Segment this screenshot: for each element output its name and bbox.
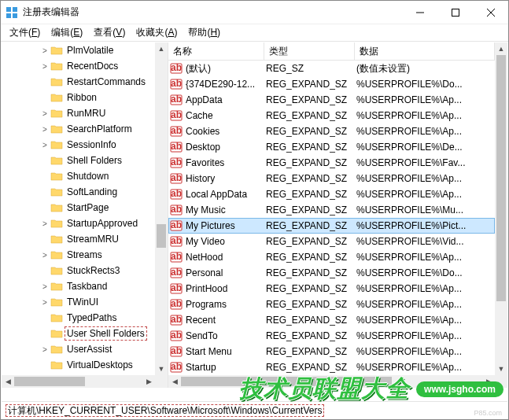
col-data[interactable]: 数据: [355, 42, 495, 60]
scroll-left-icon[interactable]: ◀: [168, 375, 181, 388]
list-vscroll[interactable]: ▲ ▼: [495, 42, 507, 375]
list-row[interactable]: abSendToREG_EXPAND_SZ%USERPROFILE%\Ap...: [168, 328, 495, 344]
window-title: 注册表编辑器: [23, 6, 402, 19]
svg-text:ab: ab: [171, 78, 182, 89]
scroll-down-icon[interactable]: ▼: [495, 363, 507, 375]
maximize-button[interactable]: [437, 1, 473, 24]
expand-icon[interactable]: >: [39, 141, 50, 149]
list-row[interactable]: abStart MenuREG_EXPAND_SZ%USERPROFILE%\A…: [168, 344, 495, 359]
minimize-button[interactable]: [402, 1, 437, 24]
tree-item[interactable]: StreamMRU: [2, 231, 155, 247]
expand-icon[interactable]: >: [39, 282, 50, 291]
list-row[interactable]: abRecentREG_EXPAND_SZ%USERPROFILE%\Ap...: [168, 312, 495, 328]
list-row[interactable]: abMy VideoREG_EXPAND_SZ%USERPROFILE%\Vid…: [168, 234, 495, 249]
list-row[interactable]: abMy PicturesREG_EXPAND_SZ%USERPROFILE%\…: [168, 218, 495, 234]
tree-item[interactable]: StuckRects3: [2, 263, 155, 278]
scroll-left-icon[interactable]: ◀: [2, 375, 14, 388]
list-hscroll[interactable]: ◀ ▶: [168, 375, 495, 388]
list-row[interactable]: ab{374DE290-12...REG_EXPAND_SZ%USERPROFI…: [168, 76, 495, 92]
list-row[interactable]: abProgramsREG_EXPAND_SZ%USERPROFILE%\Ap.…: [168, 297, 495, 312]
list-row[interactable]: abNetHoodREG_EXPAND_SZ%USERPROFILE%\Ap..…: [168, 249, 495, 265]
list-row[interactable]: abAppDataREG_EXPAND_SZ%USERPROFILE%\Ap..…: [168, 92, 495, 108]
string-value-icon: ab: [168, 282, 184, 295]
tree-item[interactable]: Shutdown: [2, 168, 155, 184]
tree-item[interactable]: >UserAssist: [2, 341, 155, 357]
tree-item[interactable]: VirtualDesktops: [2, 357, 155, 373]
list-body[interactable]: ab(默认)REG_SZ(数值未设置)ab{374DE290-12...REG_…: [168, 61, 495, 375]
list-row[interactable]: ab(默认)REG_SZ(数值未设置): [168, 61, 495, 76]
scroll-right-icon[interactable]: ▶: [142, 375, 155, 388]
string-value-icon: ab: [168, 298, 184, 311]
menu-v[interactable]: 查看(V): [88, 25, 131, 40]
folder-icon: [50, 108, 63, 119]
tree-item[interactable]: >RecentDocs: [2, 58, 155, 74]
tree-pane: >PlmVolatile>RecentDocsRestartCommandsRi…: [2, 42, 168, 388]
list-row[interactable]: abPersonalREG_EXPAND_SZ%USERPROFILE%\Do.…: [168, 265, 495, 281]
list-row[interactable]: abDesktopREG_EXPAND_SZ%USERPROFILE%\De..…: [168, 139, 495, 155]
tree-vscroll[interactable]: ▲ ▼: [155, 42, 168, 375]
svg-text:ab: ab: [171, 62, 182, 73]
menu-f[interactable]: 文件(F): [4, 25, 46, 40]
tree-item[interactable]: >StartupApproved: [2, 216, 155, 231]
tree-item[interactable]: Ribbon: [2, 90, 155, 105]
scroll-up-icon[interactable]: ▲: [495, 42, 507, 55]
svg-text:ab: ab: [171, 141, 182, 152]
tree-item[interactable]: >Taskband: [2, 278, 155, 294]
svg-text:ab: ab: [171, 330, 182, 341]
expand-icon[interactable]: >: [39, 251, 50, 260]
menu-a[interactable]: 收藏夹(A): [131, 25, 183, 40]
list-row[interactable]: abHistoryREG_EXPAND_SZ%USERPROFILE%\Ap..…: [168, 171, 495, 186]
tree-item[interactable]: RestartCommands: [2, 74, 155, 90]
string-value-icon: ab: [168, 251, 184, 263]
col-type[interactable]: 类型: [264, 42, 355, 60]
menu-h[interactable]: 帮助(H): [183, 25, 226, 40]
menu-e[interactable]: 编辑(E): [46, 25, 88, 40]
tree-item[interactable]: >PlmVolatile: [2, 42, 155, 58]
list-row[interactable]: abPrintHoodREG_EXPAND_SZ%USERPROFILE%\Ap…: [168, 281, 495, 297]
value-type: REG_EXPAND_SZ: [264, 126, 355, 137]
tree-item[interactable]: >Streams: [2, 247, 155, 263]
expand-icon[interactable]: >: [39, 219, 50, 228]
scroll-down-icon[interactable]: ▼: [155, 363, 168, 375]
expand-icon[interactable]: >: [39, 345, 50, 354]
tree-item[interactable]: >SearchPlatform: [2, 121, 155, 137]
tree-item[interactable]: TypedPaths: [2, 310, 155, 326]
tree-list[interactable]: >PlmVolatile>RecentDocsRestartCommandsRi…: [2, 42, 155, 375]
list-row[interactable]: abFavoritesREG_EXPAND_SZ%USERPROFILE%\Fa…: [168, 155, 495, 171]
tree-item[interactable]: >SessionInfo: [2, 137, 155, 153]
value-name: (默认): [184, 62, 264, 76]
folder-icon: [50, 186, 63, 197]
expand-icon[interactable]: >: [39, 125, 50, 134]
list-row[interactable]: abCookiesREG_EXPAND_SZ%USERPROFILE%\Ap..…: [168, 123, 495, 139]
tree-item[interactable]: SoftLanding: [2, 184, 155, 200]
list-row[interactable]: abStartupREG_EXPAND_SZ%USERPROFILE%\Ap..…: [168, 359, 495, 375]
tree-item[interactable]: >TWinUI: [2, 294, 155, 310]
value-data: %USERPROFILE%\Ap...: [355, 94, 495, 105]
string-value-icon: ab: [168, 345, 184, 358]
scroll-up-icon[interactable]: ▲: [155, 42, 168, 55]
expand-icon[interactable]: >: [39, 46, 50, 55]
value-data: %USERPROFILE%\Do...: [355, 79, 495, 90]
expand-icon[interactable]: >: [39, 298, 50, 307]
tree-label: TWinUI: [65, 296, 100, 308]
tree-item[interactable]: User Shell Folders: [2, 326, 155, 341]
tree-item[interactable]: >RunMRU: [2, 105, 155, 121]
col-name[interactable]: 名称: [168, 42, 264, 60]
expand-icon[interactable]: >: [39, 109, 50, 118]
tree-label: Shutdown: [65, 170, 110, 182]
expand-icon[interactable]: >: [39, 62, 50, 71]
titlebar: 注册表编辑器: [1, 1, 508, 24]
value-name: Startup: [184, 362, 264, 373]
scroll-right-icon[interactable]: ▶: [482, 375, 495, 388]
value-type: REG_EXPAND_SZ: [264, 236, 355, 247]
folder-icon: [50, 297, 63, 308]
value-data: (数值未设置): [355, 62, 495, 76]
list-row[interactable]: abCacheREG_EXPAND_SZ%USERPROFILE%\Ap...: [168, 108, 495, 123]
tree-hscroll[interactable]: ◀ ▶: [2, 375, 155, 388]
list-header[interactable]: 名称 类型 数据: [168, 42, 495, 61]
tree-item[interactable]: StartPage: [2, 200, 155, 216]
tree-item[interactable]: Shell Folders: [2, 153, 155, 168]
list-row[interactable]: abLocal AppDataREG_EXPAND_SZ%USERPROFILE…: [168, 186, 495, 202]
close-button[interactable]: [473, 1, 508, 24]
list-row[interactable]: abMy MusicREG_EXPAND_SZ%USERPROFILE%\Mu.…: [168, 202, 495, 218]
